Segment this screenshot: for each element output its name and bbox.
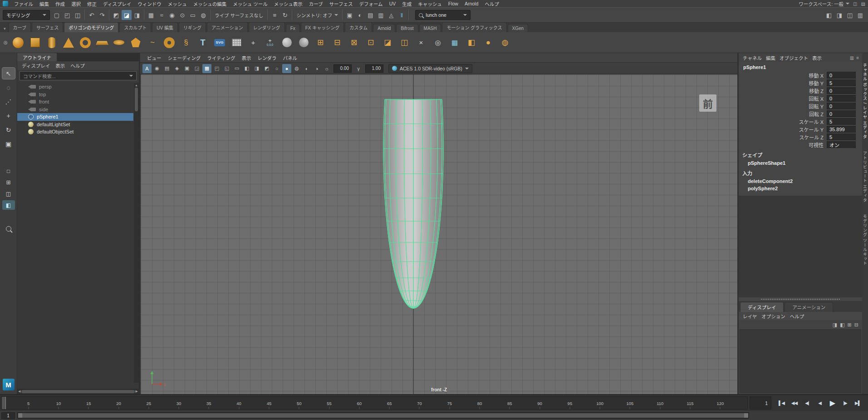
pan-zoom-icon[interactable]: ◲	[192, 64, 201, 73]
workspace-selector[interactable]: ワークスペース: 一般	[799, 0, 849, 7]
quick-render-icon[interactable]: ◐	[355, 10, 365, 20]
range-slider-bar[interactable]	[18, 413, 748, 418]
side-tab-attribute-editor[interactable]: アトリビュート エディタ	[862, 151, 868, 203]
layer-editor-tab-display[interactable]: ディスプレイ	[740, 302, 784, 312]
grid-toggle-icon[interactable]: ▦	[202, 64, 211, 73]
step-forward-one-frame-button[interactable]: |▶	[839, 398, 851, 409]
snap-to-curve-icon[interactable]: ≈	[157, 10, 167, 20]
layer-move-down-icon[interactable]: ◧	[840, 322, 844, 328]
rotate-tool[interactable]: ↻	[2, 124, 15, 135]
wireframe-display-icon[interactable]: ○	[272, 64, 281, 73]
panel-splitter-handle[interactable]	[739, 297, 862, 301]
shelf-menu-icon[interactable]: ▾	[2, 26, 8, 32]
render-settings-icon[interactable]: ▥	[376, 10, 386, 20]
shelf-spreadsheet-icon[interactable]	[229, 35, 244, 50]
shelf-smooth-icon[interactable]: ●	[481, 35, 496, 50]
shelf-tab-bifrost[interactable]: Bifrost	[396, 24, 418, 32]
menubar-item-deform[interactable]: デフォーム	[356, 0, 386, 7]
shelf-tab-poly-modeling[interactable]: ポリゴンのモデリング	[64, 22, 118, 32]
shelf-svg-import-icon[interactable]: SVG	[212, 35, 227, 50]
shape-node-name[interactable]: pSphereShape1	[739, 159, 862, 167]
menubar-item-mesh-display[interactable]: メッシュ表示	[271, 0, 306, 7]
outliner-item-defaultLightSet[interactable]: defaultLightSet	[17, 121, 133, 128]
play-backwards-button[interactable]: ◀	[814, 398, 825, 409]
menubar-item-edit-mesh[interactable]: メッシュの編集	[190, 0, 230, 7]
quick-search-field[interactable]: lunch one	[415, 10, 471, 20]
outliner-vertical-scrollbar[interactable]: ▲	[134, 83, 139, 383]
lasso-tool[interactable]: ◌	[2, 82, 15, 93]
select-by-component-icon[interactable]: ◨	[132, 10, 142, 20]
light-editor-icon[interactable]: ◬	[386, 10, 396, 20]
shelf-tab-fx-caching[interactable]: FX キャッシング	[301, 22, 344, 32]
gamma-icon[interactable]: γ	[354, 64, 363, 73]
shelf-move-to-origin-icon[interactable]: +0,0,0	[262, 35, 278, 50]
select-by-object-icon[interactable]: ◪	[122, 10, 132, 20]
shelf-multi-cut-icon[interactable]: ×	[413, 35, 429, 50]
viewport-menu-view[interactable]: ビュー	[144, 54, 165, 61]
menubar-item-select[interactable]: 選択	[68, 0, 84, 7]
safe-title-icon[interactable]: ◩	[262, 64, 271, 73]
current-time-marker[interactable]	[2, 397, 6, 409]
play-forwards-button[interactable]: ▶	[827, 398, 838, 409]
shelf-mirror-icon[interactable]: ◧	[464, 35, 479, 50]
channel-value-visibility[interactable]: オン	[827, 141, 856, 148]
shelf-tab-xgen[interactable]: XGen	[508, 24, 529, 32]
shelf-harden-edge-icon[interactable]	[296, 35, 311, 50]
outliner-search-field[interactable]: コマンド検索...	[20, 71, 137, 80]
outliner-item-side[interactable]: side	[17, 106, 133, 114]
menubar-item-arnold[interactable]: Arnold	[461, 1, 481, 6]
menubar-item-flow[interactable]: Flow	[445, 1, 461, 6]
viewport-select-icon[interactable]: A	[142, 64, 152, 73]
channel-value-rotate-y[interactable]: 0	[827, 103, 856, 109]
layer-editor-tab-anim[interactable]: アニメーション	[785, 302, 833, 312]
outliner-menu-help[interactable]: ヘルプ	[69, 62, 88, 69]
channel-value-translate-z[interactable]: 0	[827, 87, 856, 94]
shelf-extrude-icon[interactable]: ⊡	[363, 35, 378, 50]
range-slider-track[interactable]	[17, 412, 749, 419]
shelf-tab-animation[interactable]: アニメーション	[207, 22, 248, 32]
bookmark-icon[interactable]: ◈	[172, 64, 181, 73]
shelf-tab-custom[interactable]: カスタム	[345, 22, 372, 32]
viewport-menu-panels[interactable]: パネル	[280, 54, 300, 61]
toggle-channel-box-icon[interactable]: ▥	[855, 10, 865, 20]
lock-camera-icon[interactable]: ◉	[152, 64, 162, 73]
menubar-item-modify[interactable]: 修正	[84, 0, 100, 7]
menu-set-selector[interactable]: モデリング	[3, 10, 50, 20]
channel-value-rotate-x[interactable]: 0	[827, 95, 856, 102]
safe-action-icon[interactable]: ◨	[252, 64, 261, 73]
side-tab-channel-box-layer-editor[interactable]: チャネル ボックス / レイヤ エディタ	[862, 63, 868, 139]
channel-value-scale-y[interactable]: 35.899	[827, 126, 856, 133]
layer-menu-help[interactable]: ヘルプ	[789, 313, 808, 320]
psphere-mesh-object[interactable]	[381, 97, 446, 311]
open-scene-icon[interactable]: ◰	[62, 10, 72, 20]
shelf-poly-pipe-icon[interactable]	[162, 35, 177, 50]
layer-menu-options[interactable]: オプション	[760, 313, 789, 320]
shelf-poly-platonic-icon[interactable]	[128, 35, 143, 50]
snap-to-point-icon[interactable]: ◉	[167, 10, 177, 20]
selected-object-name[interactable]: pSphere1	[739, 62, 862, 71]
input-operations-icon[interactable]: ≡	[270, 10, 280, 20]
input-node-deleteComponent2[interactable]: deleteComponent2	[739, 178, 862, 185]
pause-viewport-icon[interactable]: ‖	[397, 10, 407, 20]
layout-four-pane[interactable]: ⊞	[2, 178, 15, 187]
shelf-reduce-icon[interactable]: ◍	[497, 35, 513, 50]
film-gate-icon[interactable]: ◰	[212, 64, 221, 73]
go-to-playback-start-button[interactable]: ▌◀	[776, 398, 787, 409]
shelf-bevel-icon[interactable]: ◪	[380, 35, 395, 50]
shelf-soften-edge-icon[interactable]	[279, 35, 294, 50]
maya-app-icon[interactable]	[3, 1, 8, 6]
shelf-poly-cube-icon[interactable]	[27, 35, 43, 50]
textured-display-icon[interactable]: ◍	[292, 64, 301, 73]
shelf-poly-plane-icon[interactable]	[94, 35, 110, 50]
outliner-item-defaultObjectSet[interactable]: defaultObjectSet	[17, 128, 133, 136]
menubar-item-file[interactable]: ファイル	[11, 0, 36, 7]
menubar-item-cache[interactable]: キャッシュ	[415, 0, 445, 7]
shelf-tab-rigging[interactable]: リギング	[179, 22, 206, 32]
menubar-item-surfaces[interactable]: サーフェス	[326, 0, 356, 7]
workspace-docking-icon[interactable]: ◫	[853, 1, 857, 6]
outliner-horizontal-scrollbar[interactable]: ◀▶	[17, 389, 139, 394]
shelf-tab-fx[interactable]: Fx	[286, 24, 300, 32]
viewport-menu-show[interactable]: 表示	[238, 54, 254, 61]
shelf-tab-surfaces[interactable]: サーフェス	[32, 22, 63, 32]
select-tool[interactable]: ↖	[2, 68, 15, 79]
